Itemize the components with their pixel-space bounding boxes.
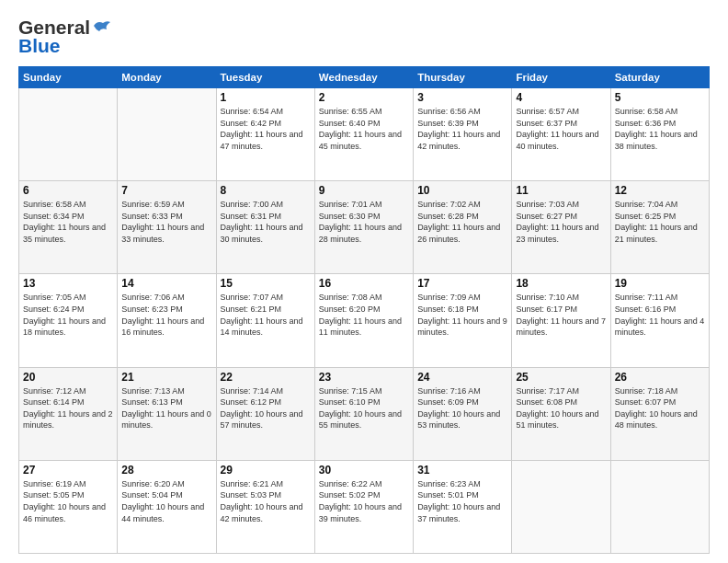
day-info: Sunrise: 6:21 AM Sunset: 5:03 PM Dayligh… — [221, 478, 311, 524]
day-number: 26 — [615, 371, 705, 384]
day-info: Sunrise: 6:58 AM Sunset: 6:34 PM Dayligh… — [23, 199, 113, 245]
day-number: 23 — [319, 371, 409, 384]
day-info: Sunrise: 6:22 AM Sunset: 5:02 PM Dayligh… — [319, 478, 409, 524]
day-number: 24 — [417, 371, 507, 384]
day-number: 29 — [221, 464, 311, 477]
calendar-cell: 13Sunrise: 7:05 AM Sunset: 6:24 PM Dayli… — [19, 274, 118, 367]
calendar-cell: 21Sunrise: 7:13 AM Sunset: 6:13 PM Dayli… — [118, 367, 216, 460]
day-number: 2 — [319, 91, 409, 104]
day-number: 18 — [516, 277, 606, 290]
calendar-cell: 9Sunrise: 7:01 AM Sunset: 6:30 PM Daylig… — [314, 181, 413, 274]
calendar-cell: 22Sunrise: 7:14 AM Sunset: 6:12 PM Dayli… — [216, 367, 314, 460]
day-number: 12 — [615, 184, 705, 197]
day-info: Sunrise: 6:58 AM Sunset: 6:36 PM Dayligh… — [615, 106, 705, 152]
day-info: Sunrise: 6:23 AM Sunset: 5:01 PM Dayligh… — [417, 478, 507, 524]
calendar-cell: 26Sunrise: 7:18 AM Sunset: 6:07 PM Dayli… — [610, 367, 709, 460]
calendar-cell: 11Sunrise: 7:03 AM Sunset: 6:27 PM Dayli… — [512, 181, 610, 274]
calendar-cell — [512, 460, 610, 553]
calendar-cell: 14Sunrise: 7:06 AM Sunset: 6:23 PM Dayli… — [118, 274, 216, 367]
day-number: 17 — [417, 277, 507, 290]
weekday-header-tuesday: Tuesday — [216, 67, 314, 88]
header: General Blue — [18, 17, 710, 57]
calendar-cell: 18Sunrise: 7:10 AM Sunset: 6:17 PM Dayli… — [512, 274, 610, 367]
calendar-week-row: 6Sunrise: 6:58 AM Sunset: 6:34 PM Daylig… — [19, 181, 710, 274]
day-info: Sunrise: 7:17 AM Sunset: 6:08 PM Dayligh… — [516, 385, 606, 431]
calendar-cell: 7Sunrise: 6:59 AM Sunset: 6:33 PM Daylig… — [118, 181, 216, 274]
day-number: 9 — [319, 184, 409, 197]
weekday-header-row: SundayMondayTuesdayWednesdayThursdayFrid… — [19, 67, 710, 88]
calendar-cell: 3Sunrise: 6:56 AM Sunset: 6:39 PM Daylig… — [414, 88, 512, 181]
day-info: Sunrise: 6:54 AM Sunset: 6:42 PM Dayligh… — [221, 106, 311, 152]
calendar-week-row: 20Sunrise: 7:12 AM Sunset: 6:14 PM Dayli… — [19, 367, 710, 460]
calendar-cell — [610, 460, 709, 553]
day-info: Sunrise: 7:07 AM Sunset: 6:21 PM Dayligh… — [221, 292, 311, 338]
logo-blue: Blue — [18, 35, 61, 57]
weekday-header-thursday: Thursday — [414, 67, 512, 88]
day-info: Sunrise: 7:04 AM Sunset: 6:25 PM Dayligh… — [615, 199, 705, 245]
weekday-header-wednesday: Wednesday — [314, 67, 413, 88]
day-info: Sunrise: 6:57 AM Sunset: 6:37 PM Dayligh… — [516, 106, 606, 152]
day-info: Sunrise: 7:15 AM Sunset: 6:10 PM Dayligh… — [319, 385, 409, 431]
calendar-cell: 15Sunrise: 7:07 AM Sunset: 6:21 PM Dayli… — [216, 274, 314, 367]
page: General Blue SundayMondayTuesdayWednesda… — [0, 0, 728, 563]
weekday-header-saturday: Saturday — [610, 67, 709, 88]
day-info: Sunrise: 7:09 AM Sunset: 6:18 PM Dayligh… — [417, 292, 507, 338]
calendar-cell: 27Sunrise: 6:19 AM Sunset: 5:05 PM Dayli… — [19, 460, 118, 553]
day-number: 7 — [121, 184, 211, 197]
day-number: 15 — [221, 277, 311, 290]
day-number: 8 — [221, 184, 311, 197]
day-info: Sunrise: 7:16 AM Sunset: 6:09 PM Dayligh… — [417, 385, 507, 431]
calendar-cell: 8Sunrise: 7:00 AM Sunset: 6:31 PM Daylig… — [216, 181, 314, 274]
calendar-cell: 5Sunrise: 6:58 AM Sunset: 6:36 PM Daylig… — [610, 88, 709, 181]
day-info: Sunrise: 7:12 AM Sunset: 6:14 PM Dayligh… — [23, 385, 113, 431]
calendar-cell: 25Sunrise: 7:17 AM Sunset: 6:08 PM Dayli… — [512, 367, 610, 460]
day-info: Sunrise: 7:06 AM Sunset: 6:23 PM Dayligh… — [121, 292, 211, 338]
calendar-cell: 31Sunrise: 6:23 AM Sunset: 5:01 PM Dayli… — [414, 460, 512, 553]
calendar-cell: 20Sunrise: 7:12 AM Sunset: 6:14 PM Dayli… — [19, 367, 118, 460]
day-info: Sunrise: 7:03 AM Sunset: 6:27 PM Dayligh… — [516, 199, 606, 245]
calendar-cell: 2Sunrise: 6:55 AM Sunset: 6:40 PM Daylig… — [314, 88, 413, 181]
day-number: 16 — [319, 277, 409, 290]
day-info: Sunrise: 7:18 AM Sunset: 6:07 PM Dayligh… — [615, 385, 705, 431]
day-number: 20 — [23, 371, 113, 384]
calendar-week-row: 13Sunrise: 7:05 AM Sunset: 6:24 PM Dayli… — [19, 274, 710, 367]
calendar-cell — [118, 88, 216, 181]
calendar-table: SundayMondayTuesdayWednesdayThursdayFrid… — [18, 66, 710, 554]
day-number: 22 — [221, 371, 311, 384]
day-info: Sunrise: 7:08 AM Sunset: 6:20 PM Dayligh… — [319, 292, 409, 338]
calendar-cell: 23Sunrise: 7:15 AM Sunset: 6:10 PM Dayli… — [314, 367, 413, 460]
day-number: 21 — [121, 371, 211, 384]
day-number: 6 — [23, 184, 113, 197]
calendar-cell — [19, 88, 118, 181]
day-number: 11 — [516, 184, 606, 197]
day-info: Sunrise: 6:55 AM Sunset: 6:40 PM Dayligh… — [319, 106, 409, 152]
weekday-header-sunday: Sunday — [19, 67, 118, 88]
day-info: Sunrise: 7:01 AM Sunset: 6:30 PM Dayligh… — [319, 199, 409, 245]
calendar-cell: 17Sunrise: 7:09 AM Sunset: 6:18 PM Dayli… — [414, 274, 512, 367]
day-number: 5 — [615, 91, 705, 104]
day-info: Sunrise: 7:00 AM Sunset: 6:31 PM Dayligh… — [221, 199, 311, 245]
calendar-cell: 28Sunrise: 6:20 AM Sunset: 5:04 PM Dayli… — [118, 460, 216, 553]
day-number: 28 — [121, 464, 211, 477]
day-info: Sunrise: 6:59 AM Sunset: 6:33 PM Dayligh… — [121, 199, 211, 245]
calendar-cell: 10Sunrise: 7:02 AM Sunset: 6:28 PM Dayli… — [414, 181, 512, 274]
day-number: 30 — [319, 464, 409, 477]
day-info: Sunrise: 6:20 AM Sunset: 5:04 PM Dayligh… — [121, 478, 211, 524]
day-info: Sunrise: 7:11 AM Sunset: 6:16 PM Dayligh… — [615, 292, 705, 338]
calendar-cell: 16Sunrise: 7:08 AM Sunset: 6:20 PM Dayli… — [314, 274, 413, 367]
day-number: 19 — [615, 277, 705, 290]
day-number: 13 — [23, 277, 113, 290]
day-number: 3 — [417, 91, 507, 104]
day-info: Sunrise: 7:14 AM Sunset: 6:12 PM Dayligh… — [221, 385, 311, 431]
calendar-week-row: 27Sunrise: 6:19 AM Sunset: 5:05 PM Dayli… — [19, 460, 710, 553]
day-number: 10 — [417, 184, 507, 197]
calendar-cell: 12Sunrise: 7:04 AM Sunset: 6:25 PM Dayli… — [610, 181, 709, 274]
day-info: Sunrise: 7:02 AM Sunset: 6:28 PM Dayligh… — [417, 199, 507, 245]
day-number: 14 — [121, 277, 211, 290]
logo-bird-icon — [92, 18, 112, 35]
calendar-cell: 24Sunrise: 7:16 AM Sunset: 6:09 PM Dayli… — [414, 367, 512, 460]
calendar-cell: 6Sunrise: 6:58 AM Sunset: 6:34 PM Daylig… — [19, 181, 118, 274]
day-number: 31 — [417, 464, 507, 477]
logo: General Blue — [18, 17, 112, 57]
day-number: 27 — [23, 464, 113, 477]
